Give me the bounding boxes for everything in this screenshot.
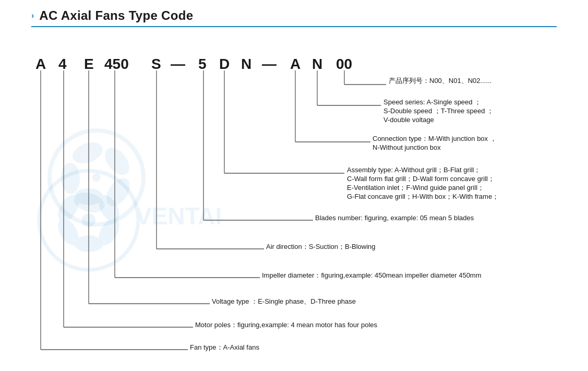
assembly-type-line1: Assembly type: A-Without grill；B-Flat gr… (347, 166, 481, 174)
code-E: E (84, 56, 94, 72)
code-5: 5 (198, 56, 207, 72)
chevron-icon: › (31, 11, 34, 20)
code-450: 450 (104, 56, 129, 72)
watermark-fan-graphic: VENTAI (39, 171, 222, 270)
code-dash1: — (171, 56, 185, 72)
connection-type-line2: N-Without junction box (373, 143, 441, 151)
diagram-svg: A 4 E 450 S — 5 D N — A N 00 产品序列号： (0, 38, 588, 369)
assembly-type-line3: E-Ventilation inlet；F-Wind guide panel g… (347, 184, 484, 192)
svg-point-32 (82, 213, 95, 227)
code-A: A (35, 56, 46, 72)
header: › AC Axial Fans Type Code (31, 8, 557, 23)
header-divider (31, 26, 557, 27)
assembly-type-line2: C-Wall form flat grill；D-Wall form conca… (347, 175, 495, 183)
fan-type-text: Fan type：A-Axial fans (190, 343, 259, 351)
code-N1: N (241, 56, 251, 72)
product-series-text: 产品序列号：N00、N01、N02...... (389, 77, 491, 85)
code-S: S (151, 56, 161, 72)
assembly-type-line4: G-Flat concave grill；H-With box；K-With f… (347, 193, 499, 200)
speed-series-line3: V-double voltage (383, 116, 434, 124)
motor-poles-text: Motor poles：figuring,example: 4 mean mot… (195, 321, 378, 329)
page-container: › AC Axial Fans Type Code VENTAI (0, 0, 588, 371)
code-4: 4 (58, 56, 67, 72)
voltage-type-text: Voltage type ：E-Single phase、D-Three pha… (212, 297, 356, 305)
connection-type-line1: Connection type：M-With junction box ， (373, 135, 497, 142)
code-N2: N (312, 56, 322, 72)
code-D: D (219, 56, 230, 72)
air-direction-text: Air direction：S-Suction；B-Blowing (266, 243, 376, 250)
code-A2: A (290, 56, 301, 72)
speed-series-line1: Speed series: A-Single speed ； (383, 98, 481, 106)
svg-text:VENTAI: VENTAI (136, 202, 222, 230)
code-00: 00 (336, 56, 352, 72)
speed-series-line2: S-Double speed ；T-Three speed ； (383, 107, 494, 115)
blades-number-text: Blades number: figuring, example: 05 mea… (315, 214, 474, 222)
impeller-diameter-text: Impeller diameter：figuring,example: 450m… (262, 271, 482, 279)
page-title: AC Axial Fans Type Code (39, 8, 193, 23)
code-dash2: — (262, 56, 277, 72)
